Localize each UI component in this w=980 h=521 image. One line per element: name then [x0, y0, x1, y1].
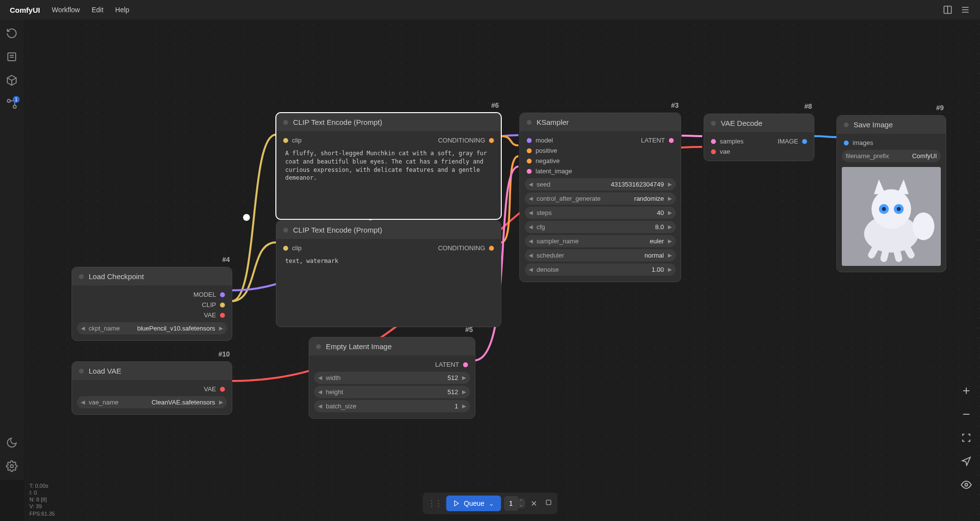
node-title[interactable]: Load Checkpoint [72, 267, 232, 285]
gear-icon[interactable] [6, 460, 18, 472]
node-title[interactable]: Load VAE [72, 362, 232, 380]
node-clip-positive[interactable]: #6 CLIP Text Encode (Prompt) clip CONDIT… [276, 113, 501, 219]
queue-count[interactable]: 1 ⌃⌄ [504, 496, 525, 511]
port-out-clip[interactable] [220, 303, 225, 308]
widget-ckpt-name[interactable]: ◀ckpt_namebluePencil_v10.safetensors▶ [77, 322, 227, 334]
port-out-vae[interactable] [220, 387, 225, 392]
node-title[interactable]: VAE Decode [704, 114, 814, 132]
port-out-model[interactable] [220, 292, 225, 297]
widget-height[interactable]: ◀height512▶ [314, 386, 470, 398]
node-vae-decode[interactable]: #8 VAE Decode samples IMAGE vae [704, 114, 814, 161]
widget-seed[interactable]: ◀seed431353162304749▶ [525, 178, 676, 190]
node-empty-latent[interactable]: #5 Empty Latent Image LATENT ◀width512▶ … [309, 337, 475, 419]
fit-view-icon[interactable] [959, 431, 973, 445]
node-id: #4 [222, 256, 230, 263]
widget-control[interactable]: ◀control_after_generaterandomize▶ [525, 192, 676, 205]
package-icon[interactable] [6, 74, 18, 86]
node-id: #3 [671, 101, 679, 109]
chevron-down-icon[interactable]: ⌄ [489, 499, 494, 507]
node-id: #8 [804, 102, 812, 110]
widget-sampler[interactable]: ◀sampler_nameeuler▶ [525, 235, 676, 247]
port-in-images[interactable] [844, 141, 849, 145]
port-in-samples[interactable] [711, 139, 716, 144]
port-in-latent[interactable] [527, 169, 532, 174]
port-out-latent[interactable] [463, 362, 468, 367]
node-clip-negative[interactable]: CLIP Text Encode (Prompt) clip CONDITION… [276, 220, 501, 327]
bottom-bar[interactable]: ⋮⋮ Queue ⌄ 1 ⌃⌄ ✕ [423, 493, 558, 514]
node-load-checkpoint[interactable]: #4 Load Checkpoint MODEL CLIP VAE ◀ckpt_… [72, 267, 232, 341]
widget-cfg[interactable]: ◀cfg8.0▶ [525, 221, 676, 233]
widget-scheduler[interactable]: ◀schedulernormal▶ [525, 249, 676, 261]
arrow-left-icon[interactable]: ◀ [81, 325, 85, 332]
widget-filename-prefix[interactable]: filename_prefixComfyUI [842, 150, 941, 162]
menu-workflow[interactable]: Workflow [52, 6, 80, 14]
slot-model: MODEL [194, 291, 216, 298]
drag-handle-icon[interactable]: ⋮⋮ [426, 499, 443, 508]
svg-point-26 [965, 483, 968, 486]
port-in-vae[interactable] [711, 149, 716, 154]
slot-clip: CLIP [202, 301, 216, 308]
node-title[interactable]: KSampler [520, 113, 681, 131]
arrow-right-icon[interactable]: ▶ [219, 399, 223, 405]
topbar: ComfyUI Workflow Edit Help [0, 0, 980, 20]
node-id: #5 [465, 326, 473, 333]
node-title[interactable]: Empty Latent Image [309, 337, 475, 355]
sidebar: 1 [0, 20, 24, 480]
list-icon[interactable] [6, 51, 18, 63]
queue-button[interactable]: Queue ⌄ [446, 496, 501, 511]
node-title[interactable]: CLIP Text Encode (Prompt) [276, 221, 501, 239]
port-out-image[interactable] [802, 139, 807, 144]
widget-batch[interactable]: ◀batch_size1▶ [314, 400, 470, 412]
node-canvas[interactable]: #4 Load Checkpoint MODEL CLIP VAE ◀ckpt_… [24, 20, 980, 521]
port-in-model[interactable] [527, 138, 532, 143]
svg-point-10 [13, 105, 16, 108]
node-title[interactable]: Save Image [837, 116, 946, 134]
svg-rect-28 [546, 500, 551, 504]
widget-vae-name[interactable]: ◀vae_nameCleanVAE.safetensors▶ [77, 396, 227, 408]
stat-v: V: 39 [29, 503, 55, 510]
hamburger-icon[interactable] [960, 5, 970, 15]
zoom-out-icon[interactable] [959, 407, 973, 421]
node-title[interactable]: CLIP Text Encode (Prompt) [276, 113, 501, 131]
svg-point-22 [912, 213, 934, 240]
slot-vae: VAE [204, 385, 216, 393]
port-in-positive[interactable] [527, 148, 532, 153]
port-out-conditioning[interactable] [489, 246, 494, 251]
moon-icon[interactable] [6, 437, 18, 449]
node-save-image[interactable]: #9 Save Image images filename_prefixComf… [836, 115, 946, 272]
arrow-right-icon[interactable]: ▶ [219, 325, 223, 332]
layout-icon[interactable] [943, 5, 953, 15]
canvas-tools [959, 384, 973, 492]
history-icon[interactable] [6, 27, 18, 39]
zoom-in-icon[interactable] [959, 384, 973, 398]
output-preview[interactable] [842, 167, 941, 266]
eye-icon[interactable] [959, 478, 973, 492]
node-load-vae[interactable]: #10 Load VAE VAE ◀vae_nameCleanVAE.safet… [72, 361, 232, 415]
menu-edit[interactable]: Edit [92, 6, 103, 14]
port-in-clip[interactable] [283, 246, 288, 251]
locate-icon[interactable] [959, 454, 973, 468]
node-ksampler[interactable]: #3 KSampler modelLATENT positive negativ… [519, 113, 681, 282]
port-out-vae[interactable] [220, 313, 225, 318]
slot-conditioning: CONDITIONING [438, 244, 485, 252]
port-in-negative[interactable] [527, 159, 532, 164]
widget-denoise[interactable]: ◀denoise1.00▶ [525, 263, 676, 276]
prompt-text[interactable]: A fluffy, short-legged Munchkin cat with… [281, 145, 496, 186]
port-out-conditioning[interactable] [489, 138, 494, 143]
chevron-down-icon[interactable]: ⌄ [519, 503, 523, 507]
app-logo[interactable]: ComfyUI [10, 6, 40, 14]
play-icon [453, 500, 460, 507]
prompt-text[interactable]: text, watermark [281, 253, 496, 269]
slot-clip: clip [292, 244, 302, 252]
node-id: #9 [936, 104, 944, 112]
svg-point-11 [10, 465, 13, 468]
port-in-clip[interactable] [283, 138, 288, 143]
close-icon[interactable]: ✕ [528, 497, 539, 510]
widget-steps[interactable]: ◀steps40▶ [525, 207, 676, 219]
nodes-icon[interactable]: 1 [6, 98, 18, 110]
arrow-left-icon[interactable]: ◀ [81, 399, 85, 405]
stop-icon[interactable] [542, 497, 554, 510]
widget-width[interactable]: ◀width512▶ [314, 372, 470, 384]
menu-help[interactable]: Help [115, 6, 129, 14]
port-out-latent[interactable] [669, 138, 674, 143]
